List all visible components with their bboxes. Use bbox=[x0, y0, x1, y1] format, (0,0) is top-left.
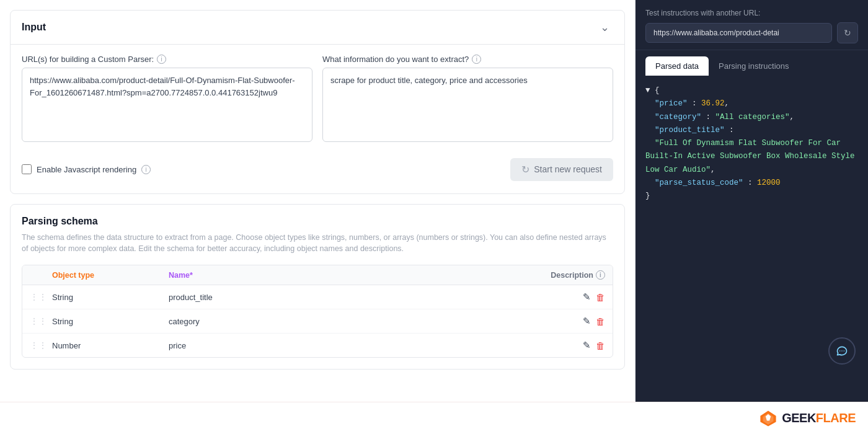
input-section-header: Input ⌄ bbox=[11, 11, 624, 45]
input-content: URL(s) for building a Custom Parser: i h… bbox=[11, 45, 624, 193]
tabs-row: Parsed data Parsing instructions bbox=[636, 50, 868, 76]
extract-label: What information do you want to extract?… bbox=[322, 55, 613, 64]
url-field-group: URL(s) for building a Custom Parser: i h… bbox=[22, 55, 312, 144]
test-url-input[interactable] bbox=[645, 23, 832, 43]
edit-icon[interactable]: ✎ bbox=[583, 316, 591, 327]
url-textarea[interactable]: https://www.alibaba.com/product-detail/F… bbox=[22, 68, 312, 142]
chat-btn-container bbox=[636, 389, 868, 402]
refresh-icon: ↻ bbox=[521, 164, 529, 175]
geekflare-text: GEEKFLARE bbox=[782, 411, 856, 425]
bottom-row: Enable Javascript rendering i ↻ Start ne… bbox=[22, 153, 613, 184]
js-rendering-checkbox-label[interactable]: Enable Javascript rendering i bbox=[22, 164, 151, 174]
table-row: ⋮⋮ String product_title ✎ 🗑 bbox=[22, 285, 613, 309]
type-cell: String bbox=[52, 293, 164, 302]
description-info-icon[interactable]: i bbox=[596, 270, 605, 280]
row-actions: ✎ 🗑 bbox=[583, 291, 605, 303]
extract-textarea[interactable]: scrape for product title, category, pric… bbox=[322, 68, 613, 142]
right-panel: Test instructions with another URL: ↻ Pa… bbox=[636, 0, 868, 402]
url-info-icon[interactable]: i bbox=[157, 55, 166, 64]
name-header: Name* bbox=[169, 271, 546, 280]
geekflare-diamond-icon bbox=[760, 410, 777, 427]
parsing-schema-section: Parsing schema The schema defines the da… bbox=[10, 204, 625, 370]
table-row: ⋮⋮ String category ✎ 🗑 bbox=[22, 309, 613, 334]
description-header: Description i bbox=[551, 270, 605, 280]
schema-table: Object type Name* Description i ⋮⋮ Strin… bbox=[22, 265, 613, 358]
test-url-refresh-button[interactable]: ↻ bbox=[837, 22, 858, 43]
name-cell: price bbox=[169, 341, 578, 350]
code-output: ▼ { "price" : 36.92, "category" : "All c… bbox=[645, 84, 858, 203]
name-cell: category bbox=[169, 317, 578, 326]
table-row: ⋮⋮ Number price ✎ 🗑 bbox=[22, 334, 613, 357]
schema-description: The schema defines the data structure to… bbox=[22, 232, 613, 255]
name-cell: product_title bbox=[169, 293, 578, 302]
object-type-header: Object type bbox=[52, 271, 164, 280]
edit-icon[interactable]: ✎ bbox=[583, 340, 591, 351]
drag-handle[interactable]: ⋮⋮ bbox=[30, 292, 47, 302]
delete-icon[interactable]: 🗑 bbox=[596, 316, 605, 327]
test-url-label: Test instructions with another URL: bbox=[645, 9, 858, 17]
type-cell: Number bbox=[52, 341, 164, 350]
delete-icon[interactable]: 🗑 bbox=[596, 340, 605, 351]
row-actions: ✎ 🗑 bbox=[583, 316, 605, 327]
delete-icon[interactable]: 🗑 bbox=[596, 292, 605, 303]
input-section: Input ⌄ URL(s) for building a Custom Par… bbox=[10, 10, 625, 194]
row-actions: ✎ 🗑 bbox=[583, 340, 605, 351]
url-label: URL(s) for building a Custom Parser: i bbox=[22, 55, 312, 64]
test-url-input-row: ↻ bbox=[645, 22, 858, 43]
schema-title: Parsing schema bbox=[22, 216, 613, 227]
js-rendering-info-icon[interactable]: i bbox=[141, 165, 151, 174]
tab-parsed-data[interactable]: Parsed data bbox=[645, 56, 709, 76]
js-rendering-checkbox[interactable] bbox=[22, 164, 32, 174]
table-header: Object type Name* Description i bbox=[22, 265, 613, 285]
chat-button[interactable] bbox=[828, 337, 856, 365]
input-section-title: Input bbox=[22, 22, 46, 33]
left-panel: Input ⌄ URL(s) for building a Custom Par… bbox=[0, 0, 636, 402]
start-request-button[interactable]: ↻ Start new request bbox=[510, 158, 613, 181]
extract-field-group: What information do you want to extract?… bbox=[322, 55, 613, 144]
drag-handle[interactable]: ⋮⋮ bbox=[30, 316, 47, 326]
chat-icon bbox=[836, 345, 848, 357]
collapse-button[interactable]: ⌄ bbox=[596, 19, 613, 35]
extract-info-icon[interactable]: i bbox=[472, 55, 481, 64]
fields-row: URL(s) for building a Custom Parser: i h… bbox=[22, 55, 613, 144]
right-panel-header: Test instructions with another URL: ↻ bbox=[636, 0, 868, 50]
drag-handle[interactable]: ⋮⋮ bbox=[30, 340, 47, 350]
tab-parsing-instructions[interactable]: Parsing instructions bbox=[709, 56, 799, 76]
type-cell: String bbox=[52, 317, 164, 326]
footer: GEEKFLARE bbox=[0, 402, 868, 434]
geekflare-logo: GEEKFLARE bbox=[760, 410, 856, 427]
edit-icon[interactable]: ✎ bbox=[583, 291, 591, 303]
